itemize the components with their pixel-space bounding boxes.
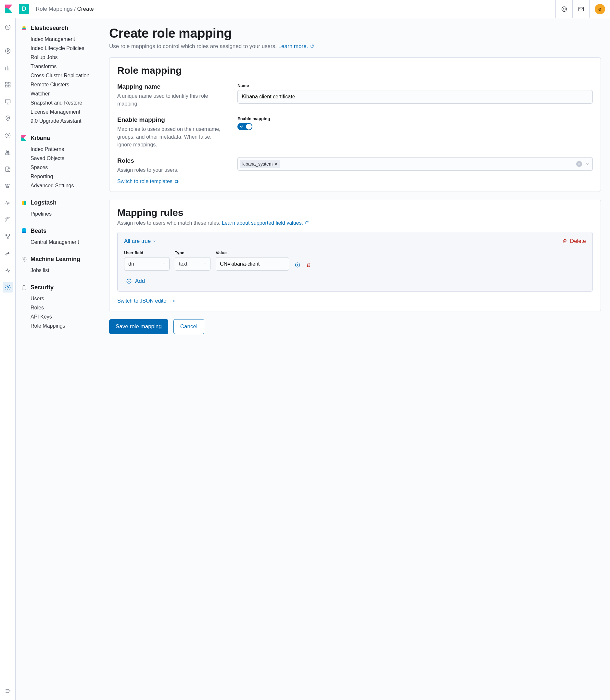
top-bar: D Role Mappings / Create e bbox=[0, 0, 610, 18]
sidebar-item[interactable]: API Keys bbox=[21, 312, 95, 322]
nav-siem-icon[interactable] bbox=[3, 215, 13, 225]
delete-group-button[interactable]: Delete bbox=[562, 238, 586, 244]
sidebar-item[interactable]: Transforms bbox=[21, 62, 95, 71]
top-right: e bbox=[556, 0, 606, 18]
svg-rect-7 bbox=[5, 85, 7, 87]
remove-role-icon[interactable]: ✕ bbox=[274, 162, 278, 166]
sidebar-item[interactable]: Rollup Jobs bbox=[21, 53, 95, 62]
save-button[interactable]: Save role mapping bbox=[109, 319, 168, 334]
svg-point-4 bbox=[5, 49, 10, 53]
nav-infra-icon[interactable] bbox=[3, 147, 13, 158]
sidebar-item[interactable]: Cross-Cluster Replication bbox=[21, 71, 95, 80]
nav-discover-icon[interactable] bbox=[3, 46, 13, 56]
nav-visualize-icon[interactable] bbox=[3, 63, 13, 73]
svg-rect-6 bbox=[8, 82, 10, 84]
enable-toggle[interactable] bbox=[238, 123, 252, 130]
svg-rect-14 bbox=[6, 186, 9, 188]
user-field-select[interactable]: dn bbox=[124, 257, 170, 271]
nav-devtools-icon[interactable] bbox=[3, 248, 13, 259]
sidebar-heading: Elasticsearch bbox=[21, 25, 95, 32]
user-menu[interactable]: e bbox=[589, 0, 606, 18]
space-selector[interactable]: D bbox=[19, 4, 29, 14]
svg-point-26 bbox=[22, 257, 26, 262]
value-input[interactable] bbox=[216, 257, 289, 271]
sidebar-item[interactable]: Watcher bbox=[21, 89, 95, 98]
sidebar-item[interactable]: Snapshot and Restore bbox=[21, 98, 95, 108]
sidebar-item[interactable]: Users bbox=[21, 294, 95, 303]
role-pill: kibana_system ✕ bbox=[240, 160, 280, 168]
nav-maps-icon[interactable] bbox=[3, 113, 13, 124]
sidebar-item[interactable]: Jobs list bbox=[21, 266, 95, 275]
newsfeed-icon[interactable] bbox=[556, 0, 572, 18]
input-output-icon bbox=[170, 299, 175, 303]
main-content: Create role mapping Use role mappings to… bbox=[100, 18, 610, 700]
sidebar-item[interactable]: Advanced Settings bbox=[21, 181, 95, 190]
section-icon bbox=[21, 228, 27, 234]
sidebar-item[interactable]: Index Management bbox=[21, 35, 95, 44]
name-input[interactable] bbox=[238, 90, 593, 103]
add-button[interactable]: Add bbox=[126, 278, 145, 284]
sidebar-item[interactable]: Role Mappings bbox=[21, 322, 95, 330]
breadcrumb-parent[interactable]: Role Mappings bbox=[36, 6, 73, 12]
delete-rule-icon[interactable] bbox=[305, 262, 312, 268]
nav-monitoring-icon[interactable] bbox=[3, 265, 13, 276]
external-link-icon bbox=[305, 221, 309, 225]
switch-json-editor-link[interactable]: Switch to JSON editor bbox=[117, 298, 175, 304]
nav-graph-icon[interactable] bbox=[3, 231, 13, 242]
sidebar-item[interactable]: License Management bbox=[21, 108, 95, 117]
chevron-down-icon bbox=[162, 262, 166, 266]
mail-icon[interactable] bbox=[572, 0, 589, 18]
enable-label: Enable mapping bbox=[238, 116, 593, 121]
page-description: Use role mappings to control which roles… bbox=[109, 43, 601, 50]
type-select[interactable]: text bbox=[175, 257, 210, 271]
plus-circle-icon bbox=[126, 278, 132, 284]
nav-logs-icon[interactable] bbox=[3, 164, 13, 174]
sidebar-item[interactable]: Pipelines bbox=[21, 209, 95, 218]
svg-rect-5 bbox=[5, 82, 7, 84]
nav-canvas-icon[interactable] bbox=[3, 96, 13, 107]
rule-row: User field dn Type text bbox=[124, 250, 586, 271]
nav-rail bbox=[0, 18, 16, 700]
svg-point-11 bbox=[7, 135, 9, 136]
section-title: Security bbox=[31, 284, 53, 291]
cancel-button[interactable]: Cancel bbox=[174, 319, 204, 334]
nav-apm-icon[interactable] bbox=[3, 181, 13, 191]
switch-role-templates-link[interactable]: Switch to role templates bbox=[117, 179, 179, 184]
mapping-name-heading: Mapping name bbox=[117, 83, 224, 90]
nav-recent-icon[interactable] bbox=[3, 22, 13, 32]
nav-ml-icon[interactable] bbox=[3, 130, 13, 141]
breadcrumbs: Role Mappings / Create bbox=[36, 6, 556, 12]
rule-group-selector[interactable]: All are true bbox=[124, 238, 157, 244]
svg-rect-30 bbox=[171, 300, 173, 302]
sidebar-item[interactable]: Remote Clusters bbox=[21, 80, 95, 89]
sidebar-item[interactable]: Central Management bbox=[21, 238, 95, 247]
sidebar-heading: Kibana bbox=[21, 135, 95, 142]
role-pill-label: kibana_system bbox=[242, 161, 273, 166]
clear-roles-icon[interactable]: ✕ bbox=[576, 161, 582, 167]
kibana-logo[interactable] bbox=[4, 4, 14, 14]
name-label: Name bbox=[238, 83, 593, 88]
nav-management-icon[interactable] bbox=[3, 282, 13, 293]
type-label: Type bbox=[175, 250, 210, 255]
nav-uptime-icon[interactable] bbox=[3, 198, 13, 208]
sidebar-item[interactable]: Index Patterns bbox=[21, 145, 95, 154]
sidebar-item[interactable]: Spaces bbox=[21, 163, 95, 172]
sidebar-item[interactable]: 9.0 Upgrade Assistant bbox=[21, 117, 95, 126]
add-rule-icon[interactable] bbox=[294, 262, 301, 268]
learn-more-link[interactable]: Learn more. bbox=[278, 43, 315, 49]
enable-desc: Map roles to users based on their userna… bbox=[117, 125, 224, 149]
sidebar-item[interactable]: Reporting bbox=[21, 172, 95, 181]
avatar: e bbox=[595, 4, 605, 14]
svg-point-12 bbox=[5, 133, 10, 138]
sidebar-item[interactable]: Roles bbox=[21, 303, 95, 312]
sidebar-item[interactable]: Saved Objects bbox=[21, 154, 95, 163]
svg-rect-2 bbox=[578, 7, 583, 11]
nav-dashboard-icon[interactable] bbox=[3, 80, 13, 90]
roles-combobox[interactable]: kibana_system ✕ ✕ bbox=[238, 157, 593, 171]
check-icon bbox=[239, 124, 244, 129]
chevron-down-icon[interactable] bbox=[585, 162, 589, 166]
learn-field-values-link[interactable]: Learn about supported field values. bbox=[222, 220, 309, 226]
sidebar-item[interactable]: Index Lifecycle Policies bbox=[21, 44, 95, 53]
input-output-icon bbox=[174, 179, 179, 184]
nav-collapse-icon[interactable] bbox=[3, 686, 13, 696]
